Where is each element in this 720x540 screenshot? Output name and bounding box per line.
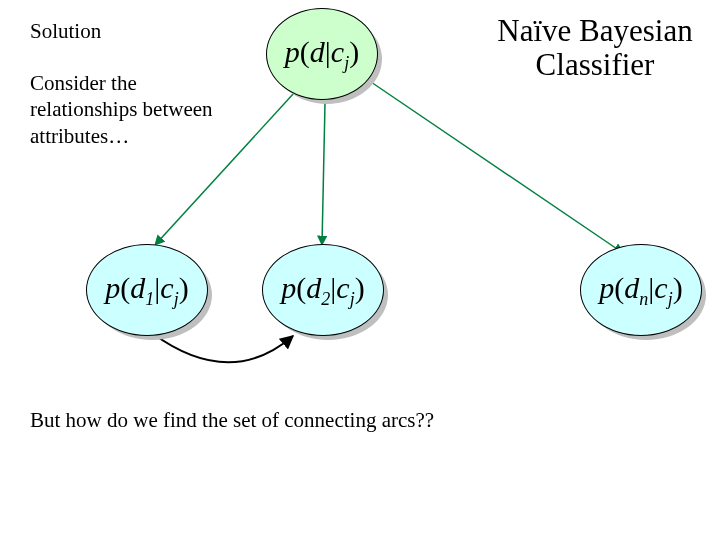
title-line1: Naïve Bayesian [497, 13, 692, 48]
childn-node: p(dn|cj) [580, 244, 702, 336]
childn-formula: p(dn|cj) [599, 271, 682, 310]
root-node: p(d|cj) [266, 8, 378, 100]
edge-root-to-d2 [322, 103, 325, 245]
root-formula: p(d|cj) [285, 35, 359, 74]
child2-node: p(d2|cj) [262, 244, 384, 336]
edge-root-to-dn [371, 82, 623, 253]
consider-text: Consider the relationships between attri… [30, 70, 240, 149]
footer-question: But how do we find the set of connecting… [30, 408, 434, 433]
child1-formula: p(d1|cj) [105, 271, 188, 310]
edge-d1-to-d2 [152, 333, 293, 362]
page-title: Naïve Bayesian Classifier [480, 14, 710, 82]
title-line2: Classifier [536, 47, 655, 82]
child1-node: p(d1|cj) [86, 244, 208, 336]
solution-label: Solution [30, 18, 101, 44]
child2-formula: p(d2|cj) [281, 271, 364, 310]
